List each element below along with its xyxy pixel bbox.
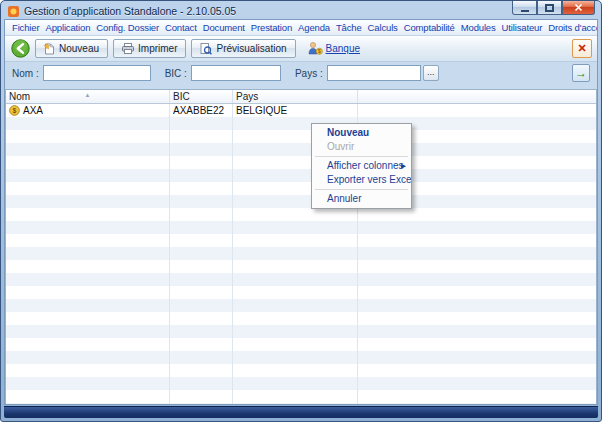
pays-browse-button[interactable]: ... bbox=[423, 65, 439, 81]
imprimer-button-label: Imprimer bbox=[138, 43, 177, 54]
nouveau-button-label: Nouveau bbox=[59, 43, 99, 54]
pays-filter-label: Pays : bbox=[295, 68, 323, 79]
menu-item-agenda[interactable]: Agenda bbox=[295, 22, 333, 33]
close-panel-icon: ✕ bbox=[577, 43, 586, 54]
window-title: Gestion d'application Standalone - 2.10.… bbox=[24, 5, 236, 17]
app-window: Gestion d'application Standalone - 2.10.… bbox=[0, 0, 602, 422]
go-arrow-icon: → bbox=[575, 67, 587, 79]
minimize-button[interactable] bbox=[512, 1, 537, 15]
context-menu-item-ouvrir[interactable]: Ouvrir bbox=[312, 140, 411, 154]
cell-nom-value: AXA bbox=[23, 105, 43, 116]
menu-item-droits-acces[interactable]: Droits d'accès bbox=[545, 22, 597, 33]
titlebar[interactable]: Gestion d'application Standalone - 2.10.… bbox=[1, 1, 601, 19]
minimize-icon bbox=[521, 10, 529, 12]
back-arrow-icon bbox=[11, 39, 30, 58]
banque-icon: $ bbox=[307, 41, 323, 56]
imprimer-button[interactable]: Imprimer bbox=[113, 39, 186, 58]
context-menu-item-nouveau[interactable]: Nouveau bbox=[312, 126, 411, 140]
menu-item-document[interactable]: Document bbox=[200, 22, 248, 33]
cell-pays-value: BELGIQUE bbox=[236, 105, 287, 116]
menu-item-tache[interactable]: Tâche bbox=[333, 22, 365, 33]
previsualisation-button-label: Prévisualisation bbox=[216, 43, 286, 54]
column-header-empty[interactable] bbox=[358, 90, 596, 103]
menu-item-fichier[interactable]: Fichier bbox=[9, 22, 42, 33]
toolbar: Nouveau Imprimer Prévisualisation bbox=[5, 36, 597, 62]
menu-item-config-dossier[interactable]: Config. Dossier bbox=[93, 22, 162, 33]
pays-filter-input[interactable] bbox=[327, 65, 421, 81]
menu-item-application[interactable]: Application bbox=[42, 22, 93, 33]
nouveau-button[interactable]: Nouveau bbox=[35, 39, 108, 58]
status-bar bbox=[4, 406, 598, 418]
previsualisation-button[interactable]: Prévisualisation bbox=[191, 39, 295, 58]
sort-asc-icon: ▲ bbox=[85, 92, 91, 98]
close-icon bbox=[574, 3, 583, 12]
filter-bar: Nom : BIC : Pays : ... → bbox=[5, 62, 597, 84]
cell-empty bbox=[358, 104, 596, 117]
context-menu-separator bbox=[315, 156, 408, 157]
menu-item-calculs[interactable]: Calculs bbox=[365, 22, 401, 33]
table-row[interactable]: $ AXA AXABBE22 BELGIQUE bbox=[6, 104, 596, 117]
column-header-pays-label: Pays bbox=[236, 91, 258, 102]
new-document-icon bbox=[44, 43, 55, 55]
bic-filter-input[interactable] bbox=[191, 65, 281, 81]
banque-link[interactable]: Banque bbox=[326, 43, 360, 54]
bic-filter-label: BIC : bbox=[165, 68, 187, 79]
menu-item-comptabilite[interactable]: Comptabilité bbox=[401, 22, 458, 33]
close-button[interactable] bbox=[562, 1, 595, 15]
nom-filter-input[interactable] bbox=[43, 65, 151, 81]
preview-icon bbox=[200, 43, 212, 55]
table-header: Nom ▲ BIC Pays bbox=[6, 90, 596, 104]
cell-bic: AXABBE22 bbox=[170, 104, 233, 117]
grid-line bbox=[169, 104, 170, 404]
cell-bic-value: AXABBE22 bbox=[173, 105, 224, 116]
printer-icon bbox=[122, 43, 134, 54]
money-icon: $ bbox=[9, 105, 20, 116]
menu-item-modules[interactable]: Modules bbox=[458, 22, 499, 33]
svg-text:$: $ bbox=[13, 107, 17, 115]
cell-nom: $ AXA bbox=[6, 104, 170, 117]
column-header-bic[interactable]: BIC bbox=[170, 90, 233, 103]
column-header-nom-label: Nom bbox=[9, 91, 30, 102]
back-button[interactable] bbox=[10, 39, 30, 59]
context-menu-item-afficher-colonnes[interactable]: Afficher colonnes ▶ bbox=[312, 159, 411, 173]
context-menu-separator bbox=[315, 189, 408, 190]
maximize-button[interactable] bbox=[537, 1, 562, 15]
table-body[interactable]: $ AXA AXABBE22 BELGIQUE bbox=[6, 104, 596, 404]
nom-filter-label: Nom : bbox=[12, 68, 39, 79]
cell-pays: BELGIQUE bbox=[233, 104, 358, 117]
context-menu-item-annuler[interactable]: Annuler bbox=[312, 192, 411, 206]
column-header-bic-label: BIC bbox=[173, 91, 190, 102]
banque-link-group: $ Banque bbox=[307, 41, 360, 56]
search-go-button[interactable]: → bbox=[572, 64, 590, 82]
column-header-nom[interactable]: Nom ▲ bbox=[6, 90, 170, 103]
maximize-icon bbox=[545, 4, 554, 12]
close-panel-button[interactable]: ✕ bbox=[572, 39, 592, 58]
app-icon bbox=[7, 5, 20, 18]
grid-line bbox=[232, 104, 233, 404]
menubar: Fichier Application Config. Dossier Cont… bbox=[5, 20, 597, 36]
submenu-arrow-icon: ▶ bbox=[401, 159, 406, 173]
window-controls bbox=[512, 1, 595, 15]
svg-text:$: $ bbox=[317, 48, 320, 54]
menu-item-utilisateur[interactable]: Utilisateur bbox=[499, 22, 546, 33]
column-header-pays[interactable]: Pays bbox=[233, 90, 358, 103]
window-body: Fichier Application Config. Dossier Cont… bbox=[4, 19, 598, 405]
context-menu: Nouveau Ouvrir Afficher colonnes ▶ Expor… bbox=[311, 123, 412, 209]
context-menu-item-exporter-excel[interactable]: Exporter vers Excel bbox=[312, 173, 411, 187]
menu-item-prestation[interactable]: Prestation bbox=[248, 22, 295, 33]
menu-item-contact[interactable]: Contact bbox=[162, 22, 200, 33]
context-menu-item-afficher-colonnes-label: Afficher colonnes bbox=[327, 160, 404, 171]
banks-table: Nom ▲ BIC Pays bbox=[5, 89, 597, 404]
